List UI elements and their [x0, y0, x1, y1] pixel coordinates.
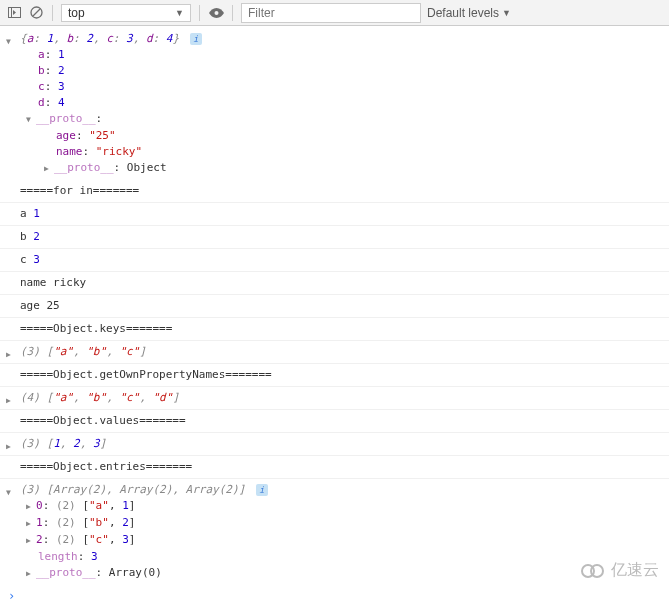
- log-text: =====Object.keys=======: [20, 322, 172, 335]
- expand-caret[interactable]: [26, 533, 36, 549]
- svg-point-4: [214, 11, 218, 15]
- expand-caret[interactable]: [6, 346, 16, 363]
- prop-key: b: [38, 64, 45, 77]
- expand-caret[interactable]: [26, 499, 36, 515]
- clear-console-icon[interactable]: [28, 5, 44, 21]
- console-message: age 25: [0, 295, 669, 318]
- prop-value: Array(0): [109, 566, 162, 579]
- prop-value: 3: [58, 80, 65, 93]
- log-levels-dropdown[interactable]: Default levels ▼: [427, 6, 511, 20]
- info-icon[interactable]: i: [256, 484, 268, 496]
- console-message: (4) ["a", "b", "c", "d"]: [0, 387, 669, 410]
- proto-key: __proto__: [36, 566, 96, 579]
- console-message: =====Object.values=======: [0, 410, 669, 433]
- prop-value: 1: [58, 48, 65, 61]
- prop-value: 4: [58, 96, 65, 109]
- prop-value: 2: [58, 64, 65, 77]
- prop-key: d: [38, 96, 45, 109]
- watermark-text: 亿速云: [611, 560, 659, 581]
- prop-key: 0: [36, 499, 43, 512]
- console-toolbar: top ▼ Default levels ▼: [0, 0, 669, 26]
- console-prompt[interactable]: ›: [0, 585, 669, 599]
- expand-caret[interactable]: [26, 112, 36, 128]
- console-output: {a: 1, b: 2, c: 3, d: 4} i a: 1 b: 2 c: …: [0, 26, 669, 599]
- eye-icon[interactable]: [208, 5, 224, 21]
- prop-value: "25": [89, 129, 116, 142]
- svg-line-3: [33, 9, 40, 16]
- expand-caret[interactable]: [6, 392, 16, 409]
- console-message: name ricky: [0, 272, 669, 295]
- log-text: age 25: [20, 299, 60, 312]
- toolbar-separator: [232, 5, 233, 21]
- watermark-icon: [581, 562, 609, 580]
- console-message: {a: 1, b: 2, c: 3, d: 4} i a: 1 b: 2 c: …: [0, 28, 669, 180]
- log-text: =====Object.entries=======: [20, 460, 192, 473]
- context-label: top: [68, 6, 85, 20]
- prop-value: "ricky": [96, 145, 142, 158]
- toolbar-separator: [52, 5, 53, 21]
- console-message: c 3: [0, 249, 669, 272]
- chevron-down-icon: ▼: [502, 8, 511, 18]
- console-message: =====for in=======: [0, 180, 669, 203]
- chevron-down-icon: ▼: [175, 8, 184, 18]
- prop-key: length: [38, 550, 78, 563]
- array-items: 0: (2) ["a", 1] 1: (2) ["b", 2] 2: (2) […: [20, 498, 665, 582]
- console-message: b 2: [0, 226, 669, 249]
- toolbar-separator: [199, 5, 200, 21]
- expand-caret[interactable]: [6, 438, 16, 455]
- console-message: (3) ["a", "b", "c"]: [0, 341, 669, 364]
- context-selector[interactable]: top ▼: [61, 4, 191, 22]
- console-message: =====Object.keys=======: [0, 318, 669, 341]
- expand-caret[interactable]: [44, 161, 54, 177]
- proto-key: __proto__: [54, 161, 114, 174]
- array-preview: [Array(2), Array(2), Array(2)]: [47, 483, 246, 496]
- object-properties: a: 1 b: 2 c: 3 d: 4 __proto__: age: "25"…: [20, 47, 665, 177]
- log-text: =====Object.getOwnPropertyNames=======: [20, 368, 272, 381]
- console-message: (3) [1, 2, 3]: [0, 433, 669, 456]
- prop-key: age: [56, 129, 76, 142]
- watermark: 亿速云: [581, 560, 659, 581]
- console-message: =====Object.getOwnPropertyNames=======: [0, 364, 669, 387]
- prop-key: name: [56, 145, 83, 158]
- console-message: a 1: [0, 203, 669, 226]
- console-message: (3) [Array(2), Array(2), Array(2)] i 0: …: [0, 479, 669, 585]
- prop-key: c: [38, 80, 45, 93]
- log-text: =====for in=======: [20, 184, 139, 197]
- log-text: =====Object.values=======: [20, 414, 186, 427]
- expand-caret[interactable]: [26, 566, 36, 582]
- log-text: name ricky: [20, 276, 86, 289]
- toggle-drawer-icon[interactable]: [6, 5, 22, 21]
- prop-key: a: [38, 48, 45, 61]
- prop-value: Object: [127, 161, 167, 174]
- expand-caret[interactable]: [26, 516, 36, 532]
- info-icon[interactable]: i: [190, 33, 202, 45]
- filter-input[interactable]: [241, 3, 421, 23]
- prop-key: 2: [36, 533, 43, 546]
- levels-label: Default levels: [427, 6, 499, 20]
- proto-key: __proto__: [36, 112, 96, 125]
- console-message: =====Object.entries=======: [0, 456, 669, 479]
- object-preview[interactable]: {a: 1, b: 2, c: 3, d: 4}: [20, 32, 179, 45]
- expand-caret[interactable]: [6, 33, 16, 50]
- expand-caret[interactable]: [6, 484, 16, 501]
- prop-key: 1: [36, 516, 43, 529]
- prop-value: 3: [91, 550, 98, 563]
